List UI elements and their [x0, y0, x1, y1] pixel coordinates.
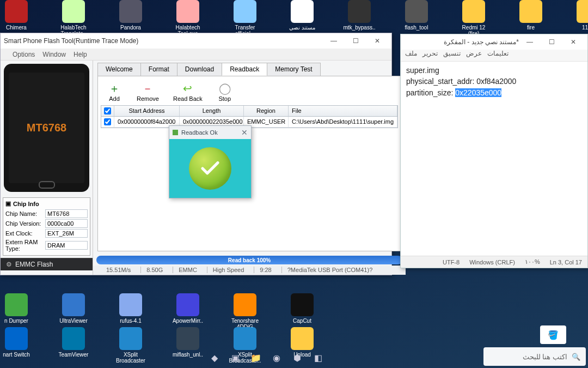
desktop-icon[interactable]: rufus-4.1 — [114, 293, 147, 330]
notepad-titlebar[interactable]: ✕ ☐ — *مستند نصي جديد - المفكرة — [401, 34, 587, 50]
icon-label: XSplit Broadcaster — [114, 352, 147, 364]
np-close-button[interactable]: ✕ — [562, 35, 584, 49]
desktop-icon[interactable]: TeamViewer — [57, 327, 90, 364]
desktop-icon[interactable]: Redmi 12 (fire) — [457, 0, 490, 37]
taskbar-search[interactable]: 🔍 اكتب هنا للبحث — [483, 347, 586, 366]
toolbar-label: Stop — [217, 95, 233, 102]
np-maximize-button[interactable]: ☐ — [541, 35, 562, 49]
np-minimize-button[interactable]: — — [519, 35, 541, 49]
toolbar-label: Remove — [137, 95, 159, 102]
taskbar-app-5[interactable]: ⬢ — [290, 350, 305, 365]
row-checkbox[interactable] — [104, 118, 111, 125]
app-icon — [291, 0, 314, 23]
recycle-bin-icon[interactable]: 🪣 — [540, 325, 566, 344]
grid-header-length[interactable]: Length — [180, 106, 244, 116]
row-checkbox-cell[interactable] — [101, 117, 114, 127]
grid-header-row: Start Address Length Region File — [101, 106, 397, 117]
desktop-icon[interactable]: mtk_bypass.. — [343, 0, 376, 37]
tab-download[interactable]: Download — [177, 63, 222, 76]
desktop-icon[interactable]: ApowerMirr.. — [171, 293, 204, 330]
emmc-label: EMMC Flash — [15, 261, 53, 268]
desktop-icon[interactable]: fire — [514, 0, 547, 37]
icon-label: Pandora — [114, 25, 147, 31]
emmc-flash-row[interactable]: ⚙ EMMC Flash — [1, 258, 93, 270]
stop-icon: ◯ — [217, 81, 233, 95]
grid-header-checkbox[interactable] — [101, 106, 114, 116]
np-line2-label: physical_start_addr: — [406, 77, 476, 86]
desktop-icon[interactable]: Halabtech Tool.exe — [171, 0, 204, 37]
maximize-button[interactable]: ☐ — [345, 34, 366, 48]
menu-item[interactable]: ملف — [405, 50, 417, 61]
menu-item[interactable]: عرض — [466, 50, 482, 61]
menu-item[interactable]: تحرير — [422, 50, 438, 61]
desktop-icon[interactable]: Tenorshare 4DDiG — [229, 293, 261, 330]
desktop-icon[interactable]: UltraViewer — [57, 293, 90, 330]
desktop-icon[interactable]: HalabTech Translate.. — [57, 0, 90, 37]
chip-field-label: Chip Name: — [5, 210, 44, 217]
desktop-icon[interactable]: nart Switch — [0, 327, 33, 364]
dialog-titlebar[interactable]: Readback Ok ✕ — [169, 126, 251, 139]
grid-header-start[interactable]: Start Address — [114, 106, 180, 116]
desktop-icon[interactable]: Pandora — [114, 0, 147, 37]
icon-label: miflash_unl.. — [171, 352, 204, 358]
chip-field-value[interactable] — [45, 229, 88, 238]
notepad-text-area[interactable]: super.img physical_start_addr: 0xf84a200… — [401, 62, 587, 256]
desktop-icon[interactable]: flash_tool — [400, 0, 433, 37]
tab-welcome[interactable]: Welcome — [97, 63, 141, 76]
menu-item[interactable]: تعليمات — [487, 50, 509, 61]
tab-format[interactable]: Format — [140, 63, 177, 76]
app-icon — [577, 0, 588, 23]
np-line3-label: partition_size: — [406, 88, 455, 97]
desktop-icon[interactable]: CapCut — [286, 293, 318, 330]
chip-field-value[interactable] — [45, 219, 88, 228]
desktop-icon[interactable]: n Dumper — [0, 293, 33, 330]
search-placeholder: اكتب هنا للبحث — [523, 353, 567, 361]
taskbar-chrome-icon[interactable]: ◉ — [269, 350, 284, 365]
spft-titlebar[interactable]: Smart Phone Flash Tool(Runtime Trace Mod… — [1, 33, 391, 49]
tab-readback[interactable]: Readback — [222, 63, 267, 76]
header-checkbox[interactable] — [104, 107, 111, 114]
add-button[interactable]: ＋Add — [106, 81, 122, 102]
desktop-icon[interactable]: Chimera — [0, 0, 33, 37]
desktop-icon[interactable]: مستند نصي جديد — [286, 0, 318, 37]
dialog-icon — [173, 130, 178, 135]
chip-field-value[interactable] — [45, 209, 88, 218]
icon-label: nart Switch — [0, 352, 33, 358]
desktop-icon[interactable]: 1111 — [572, 0, 588, 37]
menu-item[interactable]: Help — [74, 51, 87, 58]
notepad-window: ✕ ☐ — *مستند نصي جديد - المفكرة ملفتحرير… — [400, 34, 588, 268]
app-icon — [5, 293, 28, 316]
app-icon — [348, 0, 371, 23]
chip-field-value[interactable] — [45, 241, 88, 250]
app-icon — [62, 0, 85, 23]
close-button[interactable]: ✕ — [366, 34, 388, 48]
notepad-menubar: ملفتحريرتنسيقعرضتعليمات — [401, 50, 587, 62]
read-back-button[interactable]: ↩Read Back — [173, 81, 203, 102]
desktop-icon[interactable]: miflash_unl.. — [171, 327, 204, 364]
readback-toolbar: ＋Add－Remove↩Read Back◯Stop — [101, 79, 398, 105]
menu-item[interactable]: Options — [13, 51, 35, 58]
desktop-icon[interactable]: Transfer official .. — [229, 0, 261, 37]
spft-tabs: WelcomeFormatDownloadReadbackMemory Test — [93, 61, 406, 76]
search-icon: 🔍 — [572, 353, 580, 361]
taskbar-app-1[interactable]: ◆ — [207, 350, 222, 365]
taskbar-app-6[interactable]: ◧ — [310, 350, 326, 365]
icon-label: n Dumper — [0, 318, 33, 324]
dialog-close-button[interactable]: ✕ — [241, 128, 248, 137]
grid-header-region[interactable]: Region — [244, 106, 289, 116]
progress-text: Read back 100% — [228, 257, 271, 263]
menu-item[interactable]: Window — [42, 51, 66, 58]
grid-header-file[interactable]: File — [289, 106, 397, 116]
menu-item[interactable]: تنسيق — [443, 50, 461, 61]
stop-button[interactable]: ◯Stop — [217, 81, 233, 102]
tab-memory-test[interactable]: Memory Test — [267, 63, 320, 76]
status-port: ?MediaTek USB Port (COM41)? — [281, 267, 373, 273]
desktop-icon[interactable]: XSplit Broadcaster — [114, 327, 147, 364]
remove-button[interactable]: －Remove — [137, 81, 159, 102]
taskbar-app-3[interactable]: 📁 — [248, 350, 264, 365]
taskbar-center: ◆ ▣ 📁 ◉ ⬢ ◧ — [207, 347, 326, 368]
minimize-button[interactable]: — — [323, 34, 345, 48]
taskbar-app-2[interactable]: ▣ — [228, 350, 243, 365]
app-icon — [176, 0, 199, 23]
readback-ok-dialog: Readback Ok ✕ — [169, 125, 252, 198]
